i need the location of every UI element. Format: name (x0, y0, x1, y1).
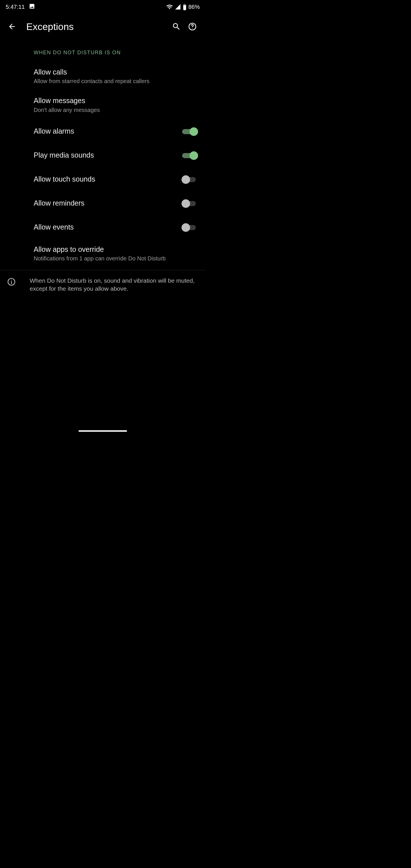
pref-title: Allow touch sounds (34, 175, 182, 184)
battery-icon (183, 3, 187, 10)
pref-play-media-sounds[interactable]: Play media sounds (0, 143, 205, 167)
pref-title: Allow apps to override (34, 245, 198, 254)
pref-allow-alarms[interactable]: Allow alarms (0, 119, 205, 143)
arrow-back-icon (8, 22, 16, 31)
toggle-allow-touch-sounds[interactable] (182, 175, 198, 183)
pref-title: Allow calls (34, 68, 198, 76)
toggle-allow-reminders[interactable] (182, 199, 198, 207)
svg-rect-0 (183, 5, 186, 10)
toggle-play-media-sounds[interactable] (182, 151, 198, 159)
cellular-signal-icon (175, 4, 181, 10)
gesture-nav-bar[interactable] (78, 430, 127, 432)
toggle-allow-alarms[interactable] (182, 127, 198, 135)
pref-allow-touch-sounds[interactable]: Allow touch sounds (0, 167, 205, 191)
back-button[interactable] (5, 20, 19, 33)
search-icon (172, 22, 181, 31)
toggle-allow-events[interactable] (182, 223, 198, 231)
wifi-icon (166, 3, 173, 10)
pref-summary: Allow from starred contacts and repeat c… (34, 78, 198, 85)
search-button[interactable] (168, 19, 184, 35)
info-icon (7, 277, 16, 286)
app-bar: Exceptions (0, 14, 205, 39)
status-bar: 5:47:11 86% (0, 0, 205, 14)
battery-percent: 86% (188, 4, 200, 10)
help-button[interactable] (184, 19, 200, 35)
section-header: WHEN DO NOT DISTURB IS ON (0, 50, 205, 56)
pref-allow-events[interactable]: Allow events (0, 215, 205, 239)
pref-title: Play media sounds (34, 151, 182, 160)
help-icon (188, 22, 197, 31)
pref-title: Allow reminders (34, 199, 182, 208)
pref-allow-calls[interactable]: Allow calls Allow from starred contacts … (0, 62, 205, 91)
info-text: When Do Not Disturb is on, sound and vib… (30, 277, 198, 293)
pref-summary: Don't allow any messages (34, 106, 198, 114)
svg-point-5 (11, 280, 12, 280)
pref-summary: Notifications from 1 app can override Do… (34, 255, 198, 262)
page-title: Exceptions (26, 21, 168, 32)
info-note: When Do Not Disturb is on, sound and vib… (0, 270, 205, 293)
status-time: 5:47:11 (6, 4, 25, 10)
pref-title: Allow events (34, 223, 182, 231)
pref-allow-apps-override[interactable]: Allow apps to override Notifications fro… (0, 239, 205, 268)
svg-point-2 (192, 28, 193, 29)
pref-allow-messages[interactable]: Allow messages Don't allow any messages (0, 91, 205, 119)
pref-title: Allow messages (34, 96, 198, 105)
pref-allow-reminders[interactable]: Allow reminders (0, 191, 205, 215)
pref-title: Allow alarms (34, 127, 182, 135)
settings-list: WHEN DO NOT DISTURB IS ON Allow calls Al… (0, 39, 205, 293)
screenshot-indicator-icon (29, 3, 35, 11)
